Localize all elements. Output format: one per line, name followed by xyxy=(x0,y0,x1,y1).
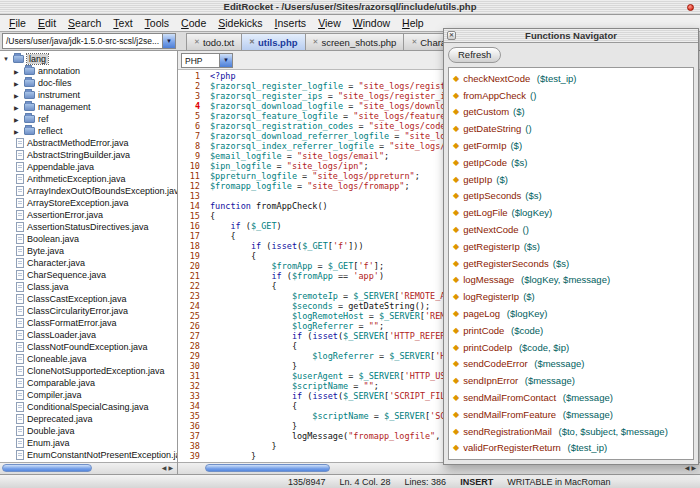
file-icon xyxy=(16,330,24,340)
menu-item-inserts[interactable]: Inserts xyxy=(269,17,313,29)
function-item-getipseconds[interactable]: ◆getIpSeconds($s) xyxy=(449,188,693,205)
menu-item-view[interactable]: View xyxy=(312,17,347,29)
tab-close-icon[interactable]: ✕ xyxy=(194,38,200,46)
disclosure-closed-icon[interactable]: ▶ xyxy=(14,116,21,123)
tree-file-assertionstatusdirectives-java[interactable]: AssertionStatusDirectives.java xyxy=(13,221,177,233)
function-item-getipcode[interactable]: ◆getIpCode($s) xyxy=(449,154,693,171)
tree-file-arrayindexoutofboundsexception-java[interactable]: ArrayIndexOutOfBoundsException.java xyxy=(13,185,177,197)
tree-file-class-java[interactable]: Class.java xyxy=(13,281,177,293)
close-window-icon[interactable] xyxy=(687,4,694,11)
scrollbar-thumb[interactable] xyxy=(205,464,330,472)
function-item-sendregistrationmail[interactable]: ◆sendRegistrationMail ($to, $subject, $m… xyxy=(449,423,693,440)
tree-file-classcastexception-java[interactable]: ClassCastException.java xyxy=(13,293,177,305)
function-item-getformip[interactable]: ◆getFormIp($) xyxy=(449,137,693,154)
tab-todo-txt[interactable]: ✕todo.txt xyxy=(186,33,241,50)
tree-file-appendable-java[interactable]: Appendable.java xyxy=(13,161,177,173)
function-item-getdatestring[interactable]: ◆getDateString() xyxy=(449,120,693,137)
tab-screen-shots-php[interactable]: ✕screen_shots.php xyxy=(305,33,404,50)
function-item-getipip[interactable]: ◆getIpIp($) xyxy=(449,171,693,188)
function-item-getcustom[interactable]: ◆getCustom($) xyxy=(449,104,693,121)
tree-file-enum-java[interactable]: Enum.java xyxy=(13,437,177,449)
tree-file-charsequence-java[interactable]: CharSequence.java xyxy=(13,269,177,281)
function-item-getlogfile[interactable]: ◆getLogFile($logKey) xyxy=(449,204,693,221)
menu-item-tools[interactable]: Tools xyxy=(139,17,176,29)
function-item-printcodeip[interactable]: ◆printCodeIp ($code, $ip) xyxy=(449,339,693,356)
tree-folder-annotation[interactable]: ▶annotation xyxy=(11,65,177,77)
function-item-logmessage[interactable]: ◆logMessage ($logKey, $message) xyxy=(449,272,693,289)
tree-file-abstractmethoderror-java[interactable]: AbstractMethodError.java xyxy=(13,137,177,149)
tree-folder-ref[interactable]: ▶ref xyxy=(11,113,177,125)
function-item-fromappcheck[interactable]: ◆fromAppCheck() xyxy=(449,87,693,104)
disclosure-closed-icon[interactable]: ▶ xyxy=(14,68,21,75)
function-item-logregisterip[interactable]: ◆logRegisterIp($) xyxy=(449,288,693,305)
disclosure-closed-icon[interactable]: ▶ xyxy=(14,80,21,87)
tree-file-enumconstantnotpresentexception-java[interactable]: EnumConstantNotPresentException.java xyxy=(13,449,177,461)
tree-folder-instrument[interactable]: ▶instrument xyxy=(11,89,177,101)
tree-file-boolean-java[interactable]: Boolean.java xyxy=(13,233,177,245)
tree-file-arraystoreexception-java[interactable]: ArrayStoreException.java xyxy=(13,197,177,209)
function-item-getregisterip[interactable]: ◆getRegisterIp($s) xyxy=(449,238,693,255)
tab-utils-php[interactable]: ✕utils.php xyxy=(241,33,304,50)
disclosure-closed-icon[interactable]: ▶ xyxy=(14,104,21,111)
refresh-button[interactable]: Refresh xyxy=(448,47,501,63)
tree-root-lang[interactable]: ▼lang xyxy=(0,53,177,65)
menu-item-window[interactable]: Window xyxy=(347,17,396,29)
tree-file-comparable-java[interactable]: Comparable.java xyxy=(13,377,177,389)
function-item-sendmailfromfeature[interactable]: ◆sendMailFromFeature ($message) xyxy=(449,406,693,423)
function-item-getregisterseconds[interactable]: ◆getRegisterSeconds($s) xyxy=(449,255,693,272)
tree-folder-reflect[interactable]: ▶reflect xyxy=(11,125,177,137)
menu-item-code[interactable]: Code xyxy=(175,17,212,29)
tree-file-byte-java[interactable]: Byte.java xyxy=(13,245,177,257)
tab-close-icon[interactable]: ✕ xyxy=(249,38,255,46)
menu-item-file[interactable]: File xyxy=(3,17,32,29)
tree-folder-management[interactable]: ▶management xyxy=(11,101,177,113)
tree-file-character-java[interactable]: Character.java xyxy=(13,257,177,269)
function-item-printcode[interactable]: ◆printCode ($code) xyxy=(449,322,693,339)
close-icon[interactable]: ✕ xyxy=(447,31,456,40)
tree-file-double-java[interactable]: Double.java xyxy=(13,425,177,437)
chevron-down-icon[interactable]: ▼ xyxy=(219,54,232,67)
functions-navigator-body: Refresh ◆checkNextCode ($test_ip)◆fromAp… xyxy=(444,43,698,464)
menu-item-help[interactable]: Help xyxy=(396,17,430,29)
tree-file-assertionerror-java[interactable]: AssertionError.java xyxy=(13,209,177,221)
menu-item-text[interactable]: Text xyxy=(107,17,138,29)
sidebar-horizontal-scrollbar[interactable]: ◀▶ xyxy=(0,462,177,474)
function-item-sendcodeerror[interactable]: ◆sendCodeError ($message) xyxy=(449,356,693,373)
scrollbar-thumb[interactable] xyxy=(2,464,92,472)
tree-file-clonenotsupportedexception-java[interactable]: CloneNotSupportedException.java xyxy=(13,365,177,377)
tree-file-cloneable-java[interactable]: Cloneable.java xyxy=(13,353,177,365)
tree-file-classcircularityerror-java[interactable]: ClassCircularityError.java xyxy=(13,305,177,317)
function-item-sendipnerror[interactable]: ◆sendIpnError ($message) xyxy=(449,372,693,389)
function-item-getnextcode[interactable]: ◆getNextCode() xyxy=(449,221,693,238)
function-item-checknextcode[interactable]: ◆checkNextCode ($test_ip) xyxy=(449,70,693,87)
scroll-left-right-icons[interactable]: ◀▶ xyxy=(162,463,175,474)
function-item-validforregisterreturn[interactable]: ◆validForRegisterReturn ($test_ip) xyxy=(449,440,693,457)
tree-file-deprecated-java[interactable]: Deprecated.java xyxy=(13,413,177,425)
menu-item-search[interactable]: Search xyxy=(62,17,107,29)
disclosure-open-icon[interactable]: ▼ xyxy=(3,56,10,62)
tree-file-compiler-java[interactable]: Compiler.java xyxy=(13,389,177,401)
functions-navigator-title-bar[interactable]: ✕ Functions Navigator xyxy=(444,29,698,43)
tree-file-conditionalspecialcasing-java[interactable]: ConditionalSpecialCasing.java xyxy=(13,401,177,413)
tab-close-icon[interactable]: ✕ xyxy=(313,38,319,46)
title-bar[interactable]: EditRocket - /Users/user/Sites/razorsql/… xyxy=(0,0,700,15)
function-item-sendmailfromcontact[interactable]: ◆sendMailFromContact ($message) xyxy=(449,389,693,406)
tree-file-abstractstringbuilder-java[interactable]: AbstractStringBuilder.java xyxy=(13,149,177,161)
disclosure-closed-icon[interactable]: ▶ xyxy=(14,92,21,99)
diamond-bullet-icon: ◆ xyxy=(453,225,459,234)
tree-folder-doc-files[interactable]: ▶doc-files xyxy=(11,77,177,89)
tree-file-classnotfoundexception-java[interactable]: ClassNotFoundException.java xyxy=(13,341,177,353)
disclosure-closed-icon[interactable]: ▶ xyxy=(14,128,21,135)
tab-close-icon[interactable]: ✕ xyxy=(411,38,417,46)
tree-label: CharSequence.java xyxy=(27,270,106,280)
tree-file-classloader-java[interactable]: ClassLoader.java xyxy=(13,329,177,341)
directory-combo[interactable]: /Users/user/java/jdk-1.5.0-src-scsl/j2se… xyxy=(2,33,176,49)
menu-item-sidekicks[interactable]: Sidekicks xyxy=(212,17,268,29)
language-combo[interactable]: PHP ▼ xyxy=(181,53,233,68)
tree-file-arithmeticexception-java[interactable]: ArithmeticException.java xyxy=(13,173,177,185)
file-icon xyxy=(16,222,24,232)
tree-file-classformaterror-java[interactable]: ClassFormatError.java xyxy=(13,317,177,329)
function-item-pagelog[interactable]: ◆pageLog ($logKey) xyxy=(449,305,693,322)
menu-item-edit[interactable]: Edit xyxy=(32,17,62,29)
chevron-down-icon[interactable]: ▼ xyxy=(162,34,175,48)
